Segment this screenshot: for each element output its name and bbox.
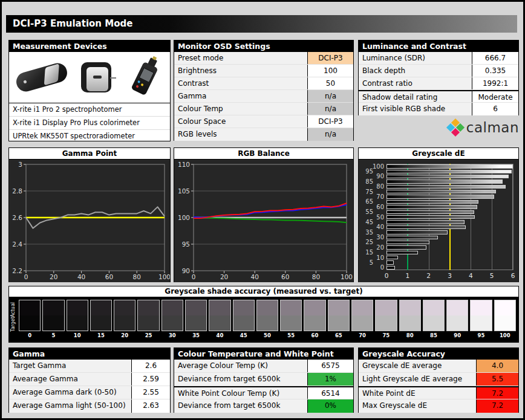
luminance-contrast-header: Luminance and Contrast	[359, 40, 518, 52]
svg-text:3: 3	[18, 161, 22, 168]
svg-text:100: 100	[158, 273, 170, 280]
patch-level-label: 5	[42, 331, 64, 340]
svg-text:40: 40	[251, 273, 259, 280]
row-value: 666.7	[472, 52, 518, 64]
strip-target-label: Target	[10, 314, 16, 335]
row-value: n/a	[307, 90, 353, 102]
de-bar	[386, 185, 506, 189]
patch-level-label: 85	[423, 331, 445, 340]
patch-actual	[114, 300, 135, 315]
patch-target	[400, 315, 420, 331]
de-bar	[386, 170, 512, 173]
patch-swatch	[209, 300, 230, 331]
table-row: Black depth0.335	[359, 65, 518, 77]
patch-actual	[281, 300, 301, 315]
patch-swatch	[399, 300, 421, 331]
luminance-contrast-panel: Luminance and Contrast Luminance (SDR)66…	[358, 40, 519, 115]
measurement-devices-panel: Measurement Devices X-rite i1 Pro 2 spec…	[8, 40, 171, 141]
table-row: Colour SpaceDCI-P3	[174, 115, 353, 128]
patch-swatch	[42, 300, 64, 331]
table-row: RGB levelsn/a	[174, 128, 353, 141]
de-bar	[386, 260, 394, 264]
patch-actual	[400, 300, 420, 315]
row-label: Contrast ratio	[359, 77, 472, 89]
svg-text:0: 0	[192, 273, 196, 280]
patch-actual	[186, 300, 206, 315]
patch-level-label: 35	[185, 331, 207, 340]
table-row: Deviance from target 6500k1%	[174, 373, 353, 386]
patch-actual	[138, 300, 158, 315]
rgb-balance-chart: 9095100105110020406080100	[174, 160, 353, 282]
patch-target	[281, 315, 301, 331]
greyscale-patch: 0	[19, 300, 41, 343]
patch-level-label: 15	[90, 331, 112, 340]
table-row: Average Gamma dark (0-50)2.55	[9, 386, 170, 399]
device-list: X-rite i1 Pro 2 spectrophotomerX-rite i1…	[9, 103, 170, 143]
row-value: 4.0	[476, 360, 518, 372]
device-name: X-rite i1 Pro 2 spectrophotomer	[9, 103, 170, 117]
patch-swatch	[351, 300, 373, 331]
patch-swatch	[19, 300, 41, 331]
row-label: Preset mode	[174, 52, 307, 64]
de-x-tick: 2	[423, 272, 435, 279]
row-label: RGB levels	[174, 128, 307, 141]
patch-swatch	[494, 300, 516, 331]
patch-level-label: 65	[328, 331, 350, 340]
gamma-summary-table: Target Gamma2.6Avearage Gamma2.59Average…	[9, 360, 170, 413]
greyscale-patch: 20	[114, 300, 135, 343]
greyscale-patch: 70	[351, 300, 373, 343]
spectrophotometer-photo	[13, 60, 71, 94]
greyscale-patch: 85	[423, 300, 445, 343]
row-label: White Point Colour Temp (K)	[174, 387, 307, 399]
patch-actual	[67, 300, 88, 315]
patch-actual	[209, 300, 230, 315]
patch-target	[423, 315, 444, 331]
patch-swatch	[423, 300, 445, 331]
calman-logo-icon	[448, 120, 464, 136]
row-label: Average Colour Temp (K)	[174, 360, 307, 372]
rgb-balance-chart-panel: RGB Balance 9095100105110020406080100	[174, 147, 354, 282]
de-bar	[386, 225, 466, 229]
svg-text:80: 80	[312, 273, 320, 280]
patch-actual	[43, 300, 64, 315]
greyscale-patch: 5	[42, 300, 64, 343]
table-row: Deviance from target 6500k0%	[174, 399, 353, 413]
patch-actual	[233, 300, 254, 315]
patch-level-label: 75	[375, 331, 397, 340]
patch-level-label: 10	[67, 331, 88, 340]
de-bar	[386, 215, 475, 219]
greyscale-patch: 95	[470, 300, 492, 343]
row-value: 2.55	[131, 386, 170, 399]
patch-level-label: 25	[137, 331, 159, 340]
de-bar	[386, 236, 438, 239]
de-bar	[386, 241, 429, 244]
calibration-report-page: DCI-P3 Emulation Mode Measurement Device…	[0, 0, 525, 420]
de-bar	[386, 220, 465, 224]
patch-level-label: 50	[256, 331, 278, 340]
row-value: 50	[307, 77, 353, 89]
patch-swatch	[137, 300, 159, 331]
row-value: DCI-P3	[307, 52, 353, 64]
device-name: UPRtek MK550T spectroradiometer	[9, 130, 170, 143]
greyscale-patch: 40	[209, 300, 230, 343]
table-row: Target Gamma2.6	[9, 360, 170, 373]
greyscale-patch: 65	[328, 300, 350, 343]
patch-swatch	[185, 300, 207, 331]
row-value: DCI-P3	[307, 115, 353, 128]
patch-target	[19, 315, 40, 331]
table-row: Preset modeDCI-P3	[174, 52, 353, 65]
patch-swatch	[90, 300, 112, 331]
greyscale-strip-title: Greyscale shade accuracy (measured vs. t…	[9, 286, 518, 297]
greyscale-patch: 80	[399, 300, 421, 343]
table-row: Contrast ratio1992:1	[359, 77, 518, 90]
de-x-tick: 4	[465, 272, 477, 279]
de-bar-label: 0	[367, 265, 384, 271]
measurement-devices-header: Measurement Devices	[9, 40, 170, 52]
table-row: Colour Tempn/a	[174, 103, 353, 115]
patch-level-label: 70	[351, 331, 373, 340]
patch-actual	[447, 300, 468, 315]
row-value: n/a	[307, 128, 353, 141]
svg-text:100: 100	[341, 273, 353, 280]
patch-actual	[257, 300, 278, 315]
patch-level-label: 100	[494, 331, 516, 340]
